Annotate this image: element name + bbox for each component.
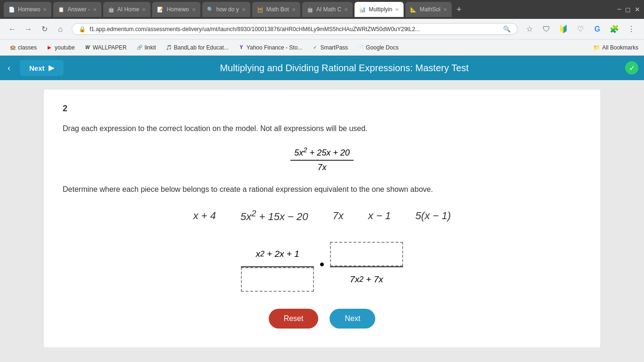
bookmark-yahoo[interactable]: Y Yahoo Finance - Sto...	[234, 43, 306, 52]
tab-7[interactable]: 🤖 AI Math C ✕	[302, 2, 353, 17]
minimize-icon[interactable]: −	[617, 5, 621, 14]
next-button[interactable]: Next	[330, 309, 375, 329]
tab-4-close[interactable]: ✕	[192, 7, 196, 12]
tab-1-close[interactable]: ✕	[43, 7, 47, 12]
question-instruction: Drag each expression to the correct loca…	[63, 123, 581, 134]
tab-9-favicon: 📐	[410, 7, 417, 13]
security-icon: 🔒	[79, 26, 86, 33]
completion-checkmark: ✓	[625, 61, 638, 74]
googledocs-icon: 📄	[357, 44, 364, 51]
url-text: f1.app.edmentum.com/assessments-delivery…	[90, 26, 420, 33]
model-left-fraction: x2 + 2x + 1	[241, 242, 314, 292]
model-left-denominator-drop[interactable]	[241, 267, 314, 292]
yahoo-icon: Y	[238, 44, 245, 51]
bookmark-classes[interactable]: 🏫 classes	[6, 43, 41, 52]
bookmark-googledocs[interactable]: 📄 Google Docs	[354, 43, 402, 52]
all-bookmarks-button[interactable]: 📁 All Bookmarks	[593, 44, 638, 51]
heart-button[interactable]: ♡	[573, 22, 587, 36]
bookmark-wallpaper-label: WALLPAPER	[93, 44, 127, 51]
piece-7x[interactable]: 7x	[329, 208, 347, 224]
reload-button[interactable]: ↻	[38, 23, 51, 36]
tab-5-favicon: 🔍	[207, 7, 214, 13]
all-bookmarks-label: All Bookmarks	[602, 44, 638, 51]
multiplication-dot: •	[320, 258, 324, 276]
tab-6-close[interactable]: ✕	[292, 7, 296, 12]
question-number: 2	[63, 104, 581, 114]
tab-1[interactable]: 📄 Homewo ✕	[4, 2, 51, 17]
search-icon: 🔍	[503, 25, 511, 33]
tab-7-label: AI Math C	[316, 6, 341, 13]
bookmark-bandlab-label: BandLab for Educat...	[174, 44, 229, 51]
back-button[interactable]: ←	[6, 23, 19, 36]
piece-5x2-plus-15x-minus-20[interactable]: 5x2 + 15x − 20	[237, 206, 312, 225]
classes-icon: 🏫	[9, 44, 16, 51]
check-icon: ✓	[629, 64, 635, 73]
extensions-button[interactable]: 🧩	[607, 22, 621, 36]
model-fraction-layout: x2 + 2x + 1 • 7x2 + 7x	[241, 242, 403, 292]
expression-pieces-container: x + 4 5x2 + 15x − 20 7x x − 1 5(x − 1)	[63, 206, 581, 225]
tab-7-close[interactable]: ✕	[344, 7, 348, 12]
collapse-button[interactable]: ‹	[6, 61, 12, 75]
question-card: 2 Drag each expression to the correct lo…	[44, 90, 600, 347]
model-right-denominator: 7x2 + 7x	[330, 267, 403, 292]
model-left-numerator: x2 + 2x + 1	[241, 242, 314, 266]
tab-9-label: MathSol	[420, 6, 440, 13]
tab-4[interactable]: 📝 Homewo ✕	[152, 2, 200, 17]
header-next-label: Next	[29, 64, 45, 72]
close-icon[interactable]: ✕	[635, 6, 640, 13]
bookmark-bandlab[interactable]: 🎵 BandLab for Educat...	[162, 43, 232, 52]
new-tab-button[interactable]: +	[454, 5, 464, 15]
piece-x-plus-4[interactable]: x + 4	[190, 208, 220, 224]
browser-tabs-bar: 📄 Homewo ✕ 📋 Answer - ✕ 🤖 AI Home ✕ 📝 Ho…	[0, 0, 644, 19]
bookmark-linkit-label: linkit	[145, 44, 156, 51]
header-next-button[interactable]: Next ▶	[20, 60, 64, 76]
tab-3-close[interactable]: ✕	[142, 7, 146, 12]
bookmark-star-button[interactable]: ☆	[522, 22, 537, 36]
tab-8[interactable]: 📊 Multiplyin ✕	[355, 2, 404, 17]
shield-button[interactable]: 🛡	[539, 22, 553, 36]
tab-3[interactable]: 🤖 AI Home ✕	[103, 2, 151, 17]
tab-2-close[interactable]: ✕	[93, 7, 97, 12]
home-button[interactable]: ⌂	[54, 23, 67, 36]
tab-2[interactable]: 📋 Answer - ✕	[53, 2, 101, 17]
url-bar[interactable]: 🔒 f1.app.edmentum.com/assessments-delive…	[72, 23, 518, 35]
bookmark-yahoo-label: Yahoo Finance - Sto...	[247, 44, 303, 51]
menu-button[interactable]: ⋮	[624, 22, 638, 36]
tab-5-close[interactable]: ✕	[242, 7, 246, 12]
browser-action-buttons: ☆ 🛡 🔰 ♡ G 🧩 ⋮	[522, 22, 638, 36]
assessment-title: Multiplying and Dividing Rational Expres…	[71, 63, 618, 74]
reset-button[interactable]: Reset	[269, 309, 319, 329]
shield2-button[interactable]: 🔰	[556, 22, 570, 36]
tab-6[interactable]: 🧮 Math Bot ✕	[252, 2, 300, 17]
restore-icon[interactable]: ◻	[625, 6, 631, 13]
bookmark-googledocs-label: Google Docs	[366, 44, 398, 51]
bookmark-smartpass[interactable]: ✓ SmartPass	[308, 43, 352, 52]
bookmark-linkit[interactable]: 🔗 linkit	[132, 43, 160, 52]
forward-button[interactable]: →	[22, 23, 35, 36]
tab-8-label: Multiplyin	[369, 6, 392, 13]
tab-2-favicon: 📋	[58, 7, 65, 13]
tab-9-close[interactable]: ✕	[443, 7, 447, 12]
bandlab-icon: 🎵	[165, 44, 172, 51]
model-right-numerator-drop[interactable]	[330, 242, 403, 266]
extension-g-button[interactable]: G	[590, 22, 604, 36]
tab-9[interactable]: 📐 MathSol ✕	[405, 2, 452, 17]
header-next-arrow-icon: ▶	[49, 64, 54, 72]
navigation-buttons: ← → ↻ ⌂	[6, 23, 67, 36]
fraction-container: 5x2 + 25x + 20 7x	[290, 146, 353, 173]
tab-4-label: Homewo	[166, 6, 189, 13]
piece-x-minus-1[interactable]: x − 1	[364, 208, 395, 224]
tab-6-label: Math Bot	[266, 6, 289, 13]
window-controls: − ◻ ✕	[617, 5, 640, 14]
bookmark-classes-label: classes	[18, 44, 37, 51]
tab-5[interactable]: 🔍 how do y ✕	[202, 2, 250, 17]
tab-8-close[interactable]: ✕	[395, 7, 399, 12]
wallpaper-icon: W	[84, 44, 91, 51]
tab-3-label: AI Home	[117, 6, 140, 13]
linkit-icon: 🔗	[136, 44, 143, 51]
bookmark-wallpaper[interactable]: W WALLPAPER	[81, 43, 131, 52]
bookmark-smartpass-label: SmartPass	[320, 44, 348, 51]
bookmark-youtube[interactable]: ▶ youtube	[42, 43, 79, 52]
determine-text: Determine where each piece below belongs…	[63, 184, 581, 195]
piece-5-x-minus-1[interactable]: 5(x − 1)	[412, 208, 454, 224]
